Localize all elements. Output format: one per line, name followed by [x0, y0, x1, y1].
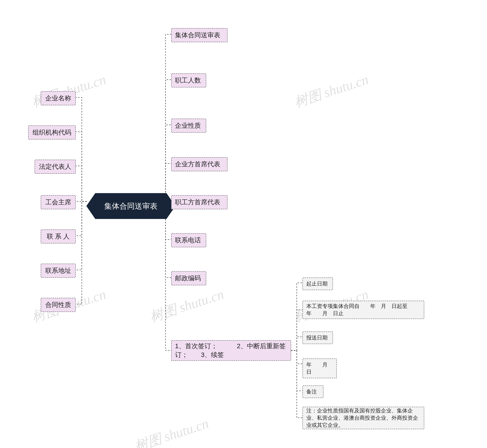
- sub-node-date-range: 起止日期: [303, 278, 333, 290]
- sub-node-submit-date: 报送日期: [303, 331, 333, 344]
- right-node-enterprise-nature: 企业性质: [171, 119, 206, 133]
- left-node-contract-nature: 合同性质: [41, 298, 76, 312]
- root-node: 集体合同送审表: [86, 193, 175, 219]
- sub-node-remark: 备注: [303, 385, 323, 398]
- left-node-company-name: 企业名称: [41, 91, 76, 105]
- watermark: 树图 shutu.cn: [148, 285, 226, 326]
- left-node-org-code: 组织机构代码: [28, 125, 76, 139]
- sub-node-note: 注：企业性质指国有及国有控股企业、集体企业、私营企业、港澳台商投资企业、外商投资…: [303, 407, 424, 429]
- right-node-employee-count: 职工人数: [171, 73, 206, 88]
- right-node-review-form: 集体合同送审表: [171, 28, 228, 42]
- connectors: [0, 0, 487, 448]
- sub-node-contract-period: 本工资专项集体合同自 年 月 日起至 年 月 日止: [303, 301, 424, 319]
- sub-node-date-ymd: 年 月 日: [303, 359, 337, 378]
- watermark: 树图 shutu.cn: [132, 414, 211, 448]
- left-node-contact-person: 联 系 人: [41, 229, 76, 243]
- left-node-union-chair: 工会主席: [41, 195, 76, 209]
- watermark: 树图 shutu.cn: [292, 70, 371, 111]
- right-node-signing-type: 1、首次签订； 2、中断后重新签订； 3、续签: [171, 340, 291, 361]
- left-node-contact-address: 联系地址: [41, 264, 76, 278]
- right-node-enterprise-chief-rep: 企业方首席代表: [171, 157, 228, 171]
- left-node-legal-rep: 法定代表人: [35, 160, 76, 174]
- right-node-phone: 联系电话: [171, 233, 206, 247]
- right-node-postal-code: 邮政编码: [171, 271, 206, 285]
- right-node-employee-chief-rep: 职工方首席代表: [171, 195, 228, 209]
